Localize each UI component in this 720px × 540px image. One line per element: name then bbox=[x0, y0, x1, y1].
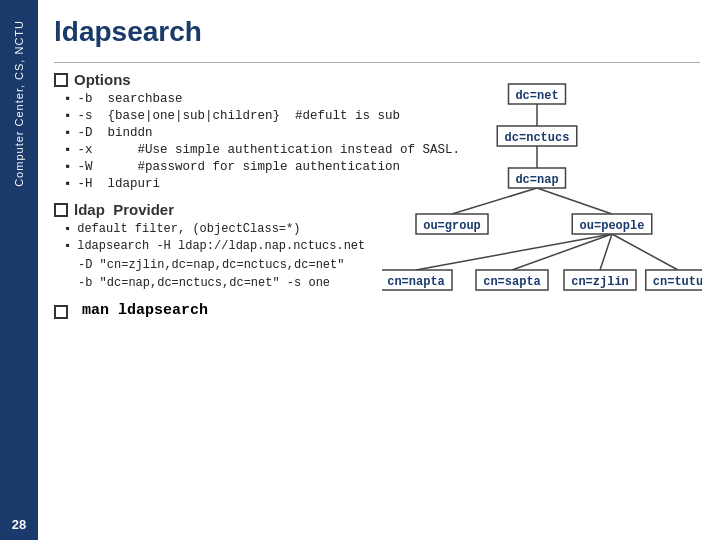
svg-line-6 bbox=[600, 234, 612, 270]
svg-line-4 bbox=[416, 234, 612, 270]
svg-line-7 bbox=[612, 234, 678, 270]
svg-line-2 bbox=[452, 188, 537, 214]
svg-text:dc=nap: dc=nap bbox=[515, 173, 558, 187]
svg-text:cn=tutu: cn=tutu bbox=[653, 275, 702, 289]
main-content: ldapsearch Options -b searchbase -s {bas… bbox=[38, 0, 720, 540]
checkbox-icon-ldap bbox=[54, 203, 68, 217]
svg-text:ou=group: ou=group bbox=[423, 219, 481, 233]
divider bbox=[54, 62, 700, 63]
svg-text:dc=net: dc=net bbox=[515, 89, 558, 103]
svg-text:cn=zjlin: cn=zjlin bbox=[571, 275, 629, 289]
sidebar-label: Computer Center, CS, NCTU bbox=[13, 20, 25, 187]
svg-text:cn=sapta: cn=sapta bbox=[483, 275, 541, 289]
svg-text:cn=napta: cn=napta bbox=[387, 275, 445, 289]
svg-text:ou=people: ou=people bbox=[580, 219, 645, 233]
svg-line-5 bbox=[512, 234, 612, 270]
page-title: ldapsearch bbox=[54, 16, 700, 48]
svg-line-3 bbox=[537, 188, 612, 214]
tree-diagram: dc=netdc=nctucsdc=napou=groupou=peoplecn… bbox=[382, 82, 702, 362]
sidebar: Computer Center, CS, NCTU bbox=[0, 0, 38, 540]
svg-text:dc=nctucs: dc=nctucs bbox=[505, 131, 570, 145]
checkbox-icon-man bbox=[54, 305, 68, 319]
checkbox-icon-options bbox=[54, 73, 68, 87]
man-label: man ldapsearch bbox=[82, 302, 208, 319]
tree-svg: dc=netdc=nctucsdc=napou=groupou=peoplecn… bbox=[382, 82, 702, 322]
page-number: 28 bbox=[0, 517, 38, 532]
